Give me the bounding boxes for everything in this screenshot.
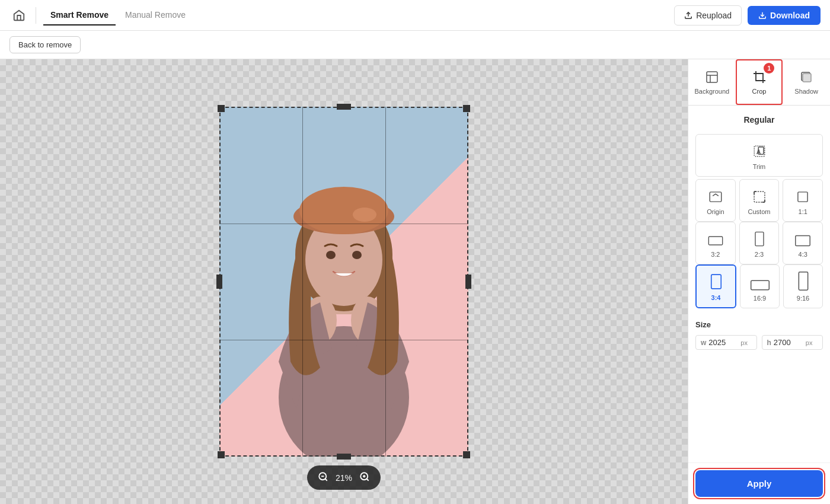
tool-shadow-label: Shadow [794, 88, 818, 95]
ratio-3-2-label: 3:2 [711, 251, 720, 258]
ratio-2-3-label: 2:3 [755, 251, 764, 258]
header-actions: Reupload Download [674, 5, 821, 25]
ratio-9-16-label: 9:16 [797, 295, 809, 302]
crop-option-2-3[interactable]: 2:3 [739, 222, 780, 264]
svg-rect-23 [803, 74, 811, 82]
zoom-controls: 21% [307, 465, 381, 490]
crop-handle-bm[interactable] [337, 454, 351, 460]
tool-crop[interactable]: 1 Crop [736, 59, 783, 105]
ratio-3-4-icon [710, 273, 723, 291]
size-inputs: w px h px [695, 335, 823, 350]
crop-option-9-16[interactable]: 9:16 [783, 264, 823, 308]
width-label: w [701, 339, 706, 347]
svg-point-11 [352, 251, 362, 259]
crop-handle-mr[interactable] [465, 275, 471, 289]
right-panel: Background 1 Crop Shadow Regular [688, 59, 830, 504]
crop-handle-tl[interactable] [218, 105, 225, 112]
svg-rect-32 [796, 235, 810, 245]
svg-line-15 [325, 479, 327, 480]
ratio-4-3-icon [794, 234, 812, 247]
ratio-1-1-icon [795, 189, 810, 205]
tool-icons-row: Background 1 Crop Shadow [688, 59, 830, 106]
custom-icon [752, 189, 767, 205]
crop-option-16-9[interactable]: 16:9 [740, 264, 780, 308]
crop-option-3-4[interactable]: 3:4 [695, 264, 736, 308]
ratio-16-9-label: 16:9 [754, 295, 766, 302]
svg-rect-21 [707, 72, 717, 82]
svg-rect-35 [799, 272, 807, 291]
tab-manual-remove[interactable]: Manual Remove [118, 5, 193, 25]
crop-option-origin[interactable]: Origin [695, 179, 736, 222]
tool-crop-label: Crop [752, 88, 767, 95]
height-input-group: h px [762, 335, 823, 350]
crop-option-4-3[interactable]: 4:3 [783, 222, 823, 264]
height-label: h [767, 339, 771, 347]
crop-option-trim[interactable]: A Trim [695, 134, 823, 177]
crop-option-custom[interactable]: Custom [739, 179, 780, 222]
home-icon[interactable] [9, 6, 28, 25]
ratio-4-3-label: 4:3 [799, 251, 807, 258]
tool-background-label: Background [694, 88, 729, 95]
header: Smart Remove Manual Remove Reupload Down… [0, 0, 830, 31]
svg-point-10 [326, 251, 336, 259]
svg-line-18 [367, 479, 369, 480]
tool-background[interactable]: Background [688, 59, 736, 105]
crop-handle-ml[interactable] [216, 275, 222, 289]
ratio-3-2-icon [707, 234, 724, 247]
reupload-label: Reupload [696, 11, 732, 20]
ratio-3-4-label: 3:4 [711, 294, 721, 301]
svg-rect-31 [755, 232, 764, 245]
width-input-group: w px [695, 335, 757, 350]
crop-handle-tr[interactable] [463, 105, 470, 112]
trim-icon: A [751, 143, 768, 160]
crop-handle-bl[interactable] [218, 451, 225, 458]
svg-rect-34 [751, 280, 769, 289]
subject-image [243, 113, 445, 457]
crop-handle-tm[interactable] [337, 104, 351, 110]
options-row-1: Origin Custom [695, 179, 823, 222]
tab-smart-remove[interactable]: Smart Remove [43, 5, 116, 25]
options-row-2: 3:2 2:3 4:3 [695, 222, 823, 264]
panel-content: Regular A Trim [688, 106, 830, 462]
ratio-1-1-label: 1:1 [799, 208, 807, 215]
zoom-in-button[interactable] [358, 470, 371, 485]
main-area: 21% Background 1 [0, 59, 830, 504]
origin-label: Origin [707, 208, 724, 215]
ratio-2-3-icon [753, 231, 766, 247]
trim-label: Trim [753, 163, 766, 170]
canvas-area: 21% [0, 59, 688, 504]
options-row-3: 3:4 16:9 9:16 [695, 264, 823, 308]
nav-tabs: Smart Remove Manual Remove [43, 5, 674, 25]
zoom-level: 21% [336, 473, 352, 483]
header-divider [36, 7, 36, 24]
svg-rect-28 [754, 192, 765, 202]
svg-rect-30 [708, 237, 722, 245]
zoom-out-button[interactable] [317, 470, 330, 485]
back-button[interactable]: Back to remove [9, 36, 81, 53]
trim-row: A Trim [695, 134, 823, 177]
image-container[interactable] [219, 107, 468, 457]
custom-label: Custom [748, 208, 771, 215]
download-button[interactable]: Download [748, 6, 821, 25]
height-input[interactable] [774, 338, 803, 347]
svg-point-9 [353, 208, 376, 222]
reupload-button[interactable]: Reupload [674, 5, 742, 25]
tool-shadow[interactable]: Shadow [783, 59, 830, 105]
apply-button[interactable]: Apply [695, 470, 823, 497]
size-label: Size [695, 320, 823, 329]
height-unit: px [806, 339, 813, 346]
svg-point-8 [299, 187, 388, 234]
section-title: Regular [695, 115, 823, 125]
width-input[interactable] [708, 338, 738, 347]
apply-section: Apply [688, 462, 830, 504]
ratio-9-16-icon [797, 271, 809, 291]
crop-option-3-2[interactable]: 3:2 [695, 222, 736, 264]
width-unit: px [740, 339, 748, 346]
crop-option-1-1[interactable]: 1:1 [783, 179, 823, 222]
ratio-16-9-icon [750, 279, 770, 291]
svg-rect-33 [711, 275, 721, 289]
sub-header: Back to remove [0, 31, 830, 59]
crop-handle-br[interactable] [463, 451, 470, 458]
crop-badge: 1 [764, 63, 774, 74]
origin-icon [708, 189, 723, 205]
